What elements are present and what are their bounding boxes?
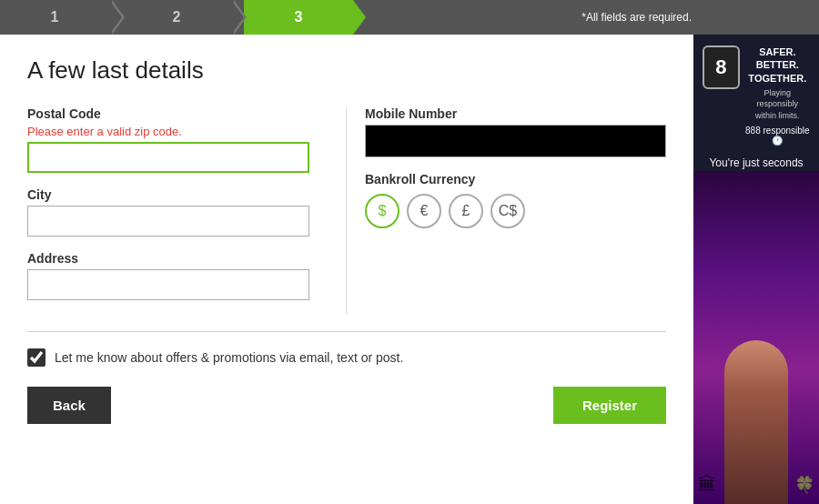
bankroll-currency-group: Bankroll Currency $ € £ C$	[365, 172, 666, 228]
buttons-row: Back Register	[27, 387, 666, 424]
ad-brand: 888 responsible 🕐	[745, 126, 810, 146]
form-row: Postal Code Please enter a valid zip cod…	[27, 106, 666, 315]
currency-usd[interactable]: $	[365, 194, 399, 228]
divider	[27, 331, 666, 332]
ad-shield-number: 8	[715, 55, 726, 79]
progress-bar: 1 2 3 *All fields are required.	[0, 0, 819, 35]
city-label: City	[27, 187, 309, 202]
page-title: A few last details	[27, 56, 666, 85]
checkbox-row: Let me know about offers & promotions vi…	[27, 348, 666, 367]
postal-code-group: Postal Code Please enter a valid zip cod…	[27, 106, 309, 173]
currency-options: $ € £ C$	[365, 194, 666, 228]
step-1: 1	[0, 0, 109, 35]
mobile-number-label: Mobile Number	[365, 106, 666, 121]
currency-eur[interactable]: €	[407, 194, 441, 228]
ad-panel: 8 SAFER.BETTER.TOGETHER. Playing respons…	[693, 35, 819, 504]
ad-text-block: SAFER.BETTER.TOGETHER. Playing responsib…	[745, 45, 810, 146]
required-note: *All fields are required.	[581, 11, 692, 24]
main-area: A few last details Postal Code Please en…	[0, 35, 819, 504]
ad-safer-text: SAFER.BETTER.TOGETHER.	[745, 45, 810, 85]
postal-code-error: Please enter a valid zip code.	[27, 125, 309, 138]
bankroll-currency-label: Bankroll Currency	[365, 172, 666, 186]
postal-code-label: Postal Code	[27, 106, 309, 121]
offers-checkbox[interactable]	[27, 348, 46, 367]
city-input[interactable]	[27, 206, 309, 237]
mobile-number-input[interactable]	[365, 125, 666, 157]
mobile-number-group: Mobile Number	[365, 106, 666, 157]
form-right: Mobile Number Bankroll Currency $ € £ C$	[346, 106, 666, 315]
offers-label: Let me know about offers & promotions vi…	[55, 350, 403, 365]
form-panel: A few last details Postal Code Please en…	[0, 35, 693, 504]
steps-container: 1 2 3	[0, 0, 819, 35]
address-input[interactable]	[27, 269, 309, 300]
city-group: City	[27, 187, 309, 237]
currency-gbp[interactable]: £	[449, 194, 483, 228]
ad-sub-text: Playing responsiblywithin limits.	[745, 87, 810, 122]
back-button[interactable]: Back	[27, 387, 111, 424]
step-2: 2	[122, 0, 231, 35]
form-left: Postal Code Please enter a valid zip cod…	[27, 106, 309, 315]
step-3: 3	[244, 0, 353, 35]
ad-shield: 8	[703, 45, 740, 89]
postal-code-input[interactable]	[27, 142, 309, 173]
address-label: Address	[27, 251, 309, 266]
address-group: Address	[27, 251, 309, 300]
currency-cad[interactable]: C$	[490, 194, 525, 228]
register-button[interactable]: Register	[553, 387, 666, 424]
